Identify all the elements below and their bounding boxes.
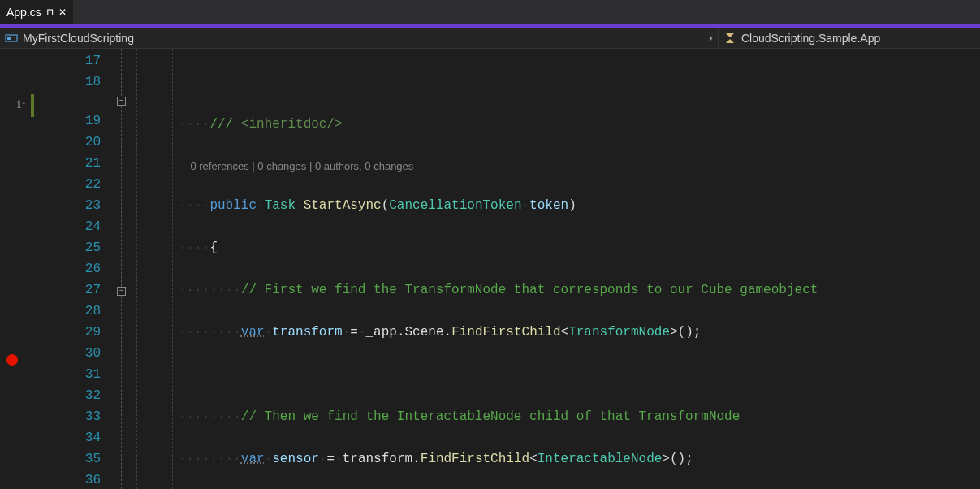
line-number: 33	[34, 406, 101, 427]
breakpoint-icon[interactable]	[6, 354, 18, 366]
line-number: 34	[34, 427, 101, 448]
fold-toggle-icon[interactable]: −	[117, 287, 126, 296]
svg-rect-1	[7, 37, 11, 40]
tab-filename: App.cs	[6, 6, 41, 19]
glyph-margin[interactable]: ℹ↑	[0, 49, 34, 489]
namespace-icon	[5, 32, 18, 45]
line-number: 36	[34, 470, 101, 489]
indent-guides	[133, 49, 179, 489]
line-number: 20	[34, 132, 101, 153]
code-editor[interactable]: ℹ↑ 17 18 19 20 21 22 23 24 25 26 27 28 2…	[0, 49, 980, 489]
nav-class-dropdown[interactable]: CloudScripting.Sample.App	[719, 28, 885, 48]
line-number: 24	[34, 216, 101, 237]
line-number: 28	[34, 301, 101, 322]
line-number: 25	[34, 237, 101, 258]
line-number: 29	[34, 322, 101, 343]
line-number: 22	[34, 174, 101, 195]
nav-namespace-label: MyFirstCloudScripting	[23, 32, 134, 45]
line-number: 27	[34, 279, 101, 301]
class-icon	[723, 32, 736, 45]
line-number: 18	[34, 71, 101, 93]
tab-bar: App.cs ⊓ ✕	[0, 0, 980, 24]
codelens-text[interactable]: 0 references | 0 changes | 0 authors, 0 …	[190, 160, 413, 172]
line-number: 21	[34, 153, 101, 174]
pin-icon[interactable]: ⊓	[46, 6, 54, 18]
nav-class-label: CloudScripting.Sample.App	[741, 32, 880, 45]
line-number: 26	[34, 258, 101, 279]
line-number: 32	[34, 385, 101, 406]
line-number: 23	[34, 195, 101, 216]
line-number-gutter: 17 18 19 20 21 22 23 24 25 26 27 28 29 3…	[34, 49, 115, 489]
fold-toggle-icon[interactable]: −	[117, 97, 126, 106]
line-number: 19	[34, 110, 101, 132]
file-tab[interactable]: App.cs ⊓ ✕	[0, 0, 73, 24]
navigation-bar: MyFirstCloudScripting ▾ CloudScripting.S…	[0, 24, 980, 49]
line-number: 30	[34, 343, 101, 364]
close-icon[interactable]: ✕	[58, 6, 67, 18]
nav-namespace-dropdown[interactable]: MyFirstCloudScripting ▾	[0, 28, 719, 48]
tracking-icon: ℹ↑	[16, 98, 28, 111]
line-number: 17	[34, 50, 101, 71]
line-number: 31	[34, 364, 101, 385]
chevron-down-icon: ▾	[709, 33, 713, 42]
code-content[interactable]: ····/// <inheritdoc/> ····0 references |…	[179, 49, 980, 489]
change-indicator	[31, 94, 34, 117]
outlining-margin[interactable]: − −	[115, 49, 133, 489]
line-number: 35	[34, 448, 101, 470]
